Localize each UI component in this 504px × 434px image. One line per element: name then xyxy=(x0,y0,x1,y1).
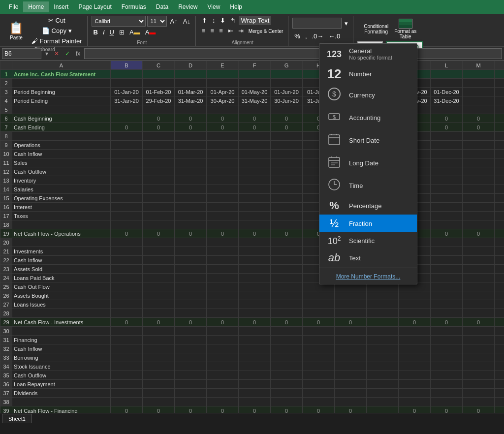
cell-6-g[interactable]: 0 xyxy=(271,114,303,123)
cell-9-l[interactable] xyxy=(431,141,463,150)
conditional-formatting-button[interactable]: ConditionalFormatting xyxy=(362,23,390,35)
cell-23-l[interactable] xyxy=(431,265,463,274)
cell-19-d[interactable]: 0 xyxy=(175,229,207,238)
cell-14-d[interactable] xyxy=(175,185,207,194)
cell-35-e[interactable] xyxy=(207,371,239,380)
cell-36-g[interactable] xyxy=(271,380,303,389)
cell-10-g[interactable] xyxy=(271,150,303,158)
cell-13-a[interactable]: Inventory xyxy=(12,176,111,185)
cell-29-b[interactable]: 0 xyxy=(111,318,143,327)
cell-2-m[interactable] xyxy=(463,79,495,88)
col-n-header[interactable]: N xyxy=(495,61,504,70)
cell-38-g[interactable] xyxy=(271,398,303,406)
format-general[interactable]: 123 General No specific format xyxy=(319,44,417,64)
cell-34-n[interactable] xyxy=(495,362,504,371)
cell-31-c[interactable] xyxy=(143,336,175,344)
cell-33-e[interactable] xyxy=(207,353,239,362)
cell-38-m[interactable] xyxy=(463,398,495,406)
cell-31-i[interactable] xyxy=(335,336,367,344)
cell-39-e[interactable]: 0 xyxy=(207,406,239,413)
cell-39-j[interactable] xyxy=(367,406,399,413)
cell-7-e[interactable]: 0 xyxy=(207,123,239,132)
cut-button[interactable]: ✂ Cut xyxy=(30,16,84,25)
cell-34-f[interactable] xyxy=(239,362,271,371)
cell-16-m[interactable] xyxy=(463,203,495,212)
cell-34-j[interactable] xyxy=(367,362,399,371)
cell-34-d[interactable] xyxy=(175,362,207,371)
cell-8-m[interactable] xyxy=(463,132,495,141)
cell-5-l[interactable] xyxy=(431,105,463,114)
cell-9-e[interactable] xyxy=(207,141,239,150)
cell-21-b[interactable] xyxy=(111,247,143,256)
cell-29-i[interactable]: 0 xyxy=(335,318,367,327)
cell-14-b[interactable] xyxy=(111,185,143,194)
cell-2-f[interactable] xyxy=(239,79,271,88)
cell-25-c[interactable] xyxy=(143,282,175,291)
cell-9-g[interactable] xyxy=(271,141,303,150)
cell-1-f[interactable] xyxy=(239,70,271,79)
cell-28-d[interactable] xyxy=(175,309,207,318)
cell-21-e[interactable] xyxy=(207,247,239,256)
font-color-button[interactable]: A▬ xyxy=(143,28,158,37)
cell-18-f[interactable] xyxy=(239,220,271,229)
cell-29-g[interactable]: 0 xyxy=(271,318,303,327)
cell-33-d[interactable] xyxy=(175,353,207,362)
cell-34-h[interactable] xyxy=(303,362,335,371)
cell-16-n[interactable] xyxy=(495,203,504,212)
cell-13-b[interactable] xyxy=(111,176,143,185)
format-short-date[interactable]: Short Date xyxy=(319,129,417,152)
cell-11-l[interactable] xyxy=(431,158,463,167)
cell-37-f[interactable] xyxy=(239,389,271,398)
cell-32-m[interactable] xyxy=(463,344,495,353)
sheet-tab-1[interactable]: Sheet1 xyxy=(2,414,32,423)
cell-30-c[interactable] xyxy=(143,327,175,336)
cell-27-k[interactable] xyxy=(399,300,431,309)
cell-15-d[interactable] xyxy=(175,194,207,203)
cell-37-d[interactable] xyxy=(175,389,207,398)
cell-34-c[interactable] xyxy=(143,362,175,371)
cell-32-j[interactable] xyxy=(367,344,399,353)
cell-7-l[interactable]: 0 xyxy=(431,123,463,132)
cell-7-n[interactable]: 0 xyxy=(495,123,504,132)
format-long-date[interactable]: Long Date xyxy=(319,152,417,174)
cell-1-g[interactable] xyxy=(271,70,303,79)
cell-34-l[interactable] xyxy=(431,362,463,371)
cell-28-e[interactable] xyxy=(207,309,239,318)
cell-37-c[interactable] xyxy=(143,389,175,398)
cell-35-n[interactable] xyxy=(495,371,504,380)
fill-color-button[interactable]: A▬ xyxy=(127,28,142,37)
cell-36-k[interactable] xyxy=(399,380,431,389)
cell-8-b[interactable] xyxy=(111,132,143,141)
col-a-header[interactable]: A xyxy=(12,61,111,70)
cell-13-l[interactable] xyxy=(431,176,463,185)
cell-28-n[interactable] xyxy=(495,309,504,318)
cell-33-i[interactable] xyxy=(335,353,367,362)
cell-32-i[interactable] xyxy=(335,344,367,353)
cell-27-f[interactable] xyxy=(239,300,271,309)
cell-34-i[interactable] xyxy=(335,362,367,371)
cell-8-g[interactable] xyxy=(271,132,303,141)
cell-17-a[interactable]: Taxes xyxy=(12,212,111,220)
cell-4-d[interactable]: 31-Mar-20 xyxy=(175,96,207,105)
cell-29-n[interactable]: 0 xyxy=(495,318,504,327)
cell-26-d[interactable] xyxy=(175,291,207,300)
cell-4-e[interactable]: 30-Apr-20 xyxy=(207,96,239,105)
cell-31-h[interactable] xyxy=(303,336,335,344)
cell-34-k[interactable] xyxy=(399,362,431,371)
cell-28-j[interactable] xyxy=(367,309,399,318)
cell-33-h[interactable] xyxy=(303,353,335,362)
cell-20-e[interactable] xyxy=(207,238,239,247)
cell-35-l[interactable] xyxy=(431,371,463,380)
cell-15-a[interactable]: Operating Expenses xyxy=(12,194,111,203)
cell-39-a[interactable]: Net Cash Flow - Financing xyxy=(12,406,111,413)
cell-38-f[interactable] xyxy=(239,398,271,406)
cell-38-j[interactable] xyxy=(367,398,399,406)
cell-24-c[interactable] xyxy=(143,274,175,282)
menu-home[interactable]: Home xyxy=(23,1,49,12)
cell-21-n[interactable] xyxy=(495,247,504,256)
cell-2-n[interactable] xyxy=(495,79,504,88)
cell-27-j[interactable] xyxy=(367,300,399,309)
cell-1-c[interactable] xyxy=(143,70,175,79)
cell-23-e[interactable] xyxy=(207,265,239,274)
cell-33-f[interactable] xyxy=(239,353,271,362)
